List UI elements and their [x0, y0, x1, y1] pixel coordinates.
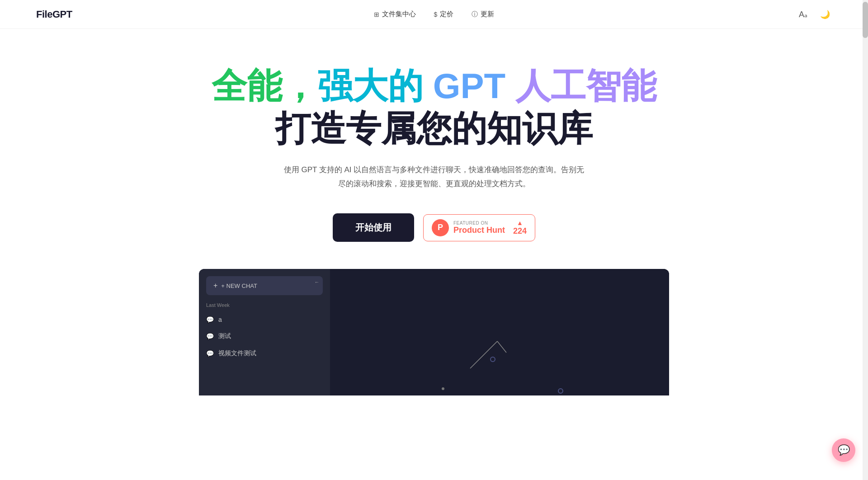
ph-arrow-icon: ▲ [517, 219, 523, 226]
svg-point-4 [442, 387, 444, 390]
nav-link-file-hub-label: 文件集中心 [382, 10, 416, 19]
hero-title: 全能，强大的 GPT 人工智能 打造专属您的知识库 [208, 65, 660, 150]
svg-line-3 [497, 341, 506, 353]
product-hunt-text: FEATURED ON Product Hunt [453, 221, 505, 235]
theme-toggle-button[interactable]: 🌙 [818, 8, 832, 21]
start-button[interactable]: 开始使用 [333, 213, 414, 242]
language-icon: Aₐ [799, 9, 807, 19]
ph-number: 224 [513, 226, 527, 236]
nav-link-pricing[interactable]: $ 定价 [434, 10, 454, 19]
nav-links: ⊞ 文件集中心 $ 定价 ⓘ 更新 [374, 10, 495, 19]
nav-link-file-hub[interactable]: ⊞ 文件集中心 [374, 10, 416, 19]
chat-item-a[interactable]: 💬 a [199, 311, 330, 328]
navbar: FileGPT ⊞ 文件集中心 $ 定价 ⓘ 更新 Aₐ 🌙 [0, 0, 868, 29]
product-hunt-count: ▲ 224 [513, 219, 527, 236]
nav-link-updates-label: 更新 [481, 10, 494, 19]
scrollbar[interactable] [863, 0, 868, 480]
hero-section: 全能，强大的 GPT 人工智能 打造专属您的知识库 使用 GPT 支持的 AI … [0, 29, 868, 269]
moon-icon: 🌙 [820, 9, 830, 19]
hero-title-part2: 强大的 [317, 66, 423, 106]
ph-name-label: Product Hunt [453, 226, 505, 235]
pricing-icon: $ [434, 11, 438, 18]
chat-item-video-label: 视频文件测试 [218, 349, 256, 358]
chat-bubble-icon-video: 💬 [206, 350, 214, 357]
svg-line-2 [470, 341, 497, 368]
updates-icon: ⓘ [472, 10, 478, 19]
nav-right: Aₐ 🌙 [797, 8, 832, 21]
hero-title-part1: 全能， [212, 66, 317, 106]
product-hunt-logo: P [432, 219, 449, 236]
nav-link-updates[interactable]: ⓘ 更新 [472, 10, 494, 19]
hero-title-part5: 打造专属您的知识库 [275, 108, 593, 148]
ph-featured-on-label: FEATURED ON [453, 221, 488, 226]
chat-item-video[interactable]: 💬 视频文件测试 [199, 345, 330, 362]
demo-main-area [330, 269, 669, 395]
new-chat-label: + NEW CHAT [221, 282, 257, 289]
hero-buttons: 开始使用 P FEATURED ON Product Hunt ▲ 224 [333, 213, 535, 242]
floating-chat-button[interactable]: 💬 [832, 438, 855, 462]
nav-logo: FileGPT [36, 9, 72, 20]
demo-animation [330, 269, 669, 395]
svg-point-0 [491, 357, 495, 362]
product-hunt-button[interactable]: P FEATURED ON Product Hunt ▲ 224 [423, 214, 535, 241]
demo-sidebar: + + NEW CHAT ← Last Week 💬 a 💬 测试 💬 视频文件… [199, 269, 330, 395]
language-button[interactable]: Aₐ [797, 8, 809, 21]
hero-title-part4: 人工智能 [515, 66, 656, 106]
svg-point-1 [558, 389, 563, 393]
hero-title-part3: GPT [423, 66, 515, 106]
chat-bubble-icon-a: 💬 [206, 316, 214, 323]
chat-item-a-label: a [218, 316, 222, 323]
plus-icon: + [213, 282, 217, 290]
collapse-arrow-icon: ← [315, 279, 320, 285]
chat-bubble-icon-test: 💬 [206, 333, 214, 340]
nav-link-pricing-label: 定价 [440, 10, 453, 19]
sidebar-section-label: Last Week [199, 302, 330, 311]
floating-chat-icon: 💬 [838, 444, 850, 456]
file-hub-icon: ⊞ [374, 11, 379, 18]
demo-section: + + NEW CHAT ← Last Week 💬 a 💬 测试 💬 视频文件… [0, 269, 868, 395]
chat-item-test-label: 测试 [218, 332, 231, 340]
scrollbar-thumb[interactable] [863, 2, 868, 38]
new-chat-button[interactable]: + + NEW CHAT [206, 276, 323, 295]
demo-window: + + NEW CHAT ← Last Week 💬 a 💬 测试 💬 视频文件… [199, 269, 669, 395]
hero-subtitle: 使用 GPT 支持的 AI 以自然语言与多种文件进行聊天，快速准确地回答您的查询… [280, 163, 588, 191]
chat-item-test[interactable]: 💬 测试 [199, 328, 330, 345]
